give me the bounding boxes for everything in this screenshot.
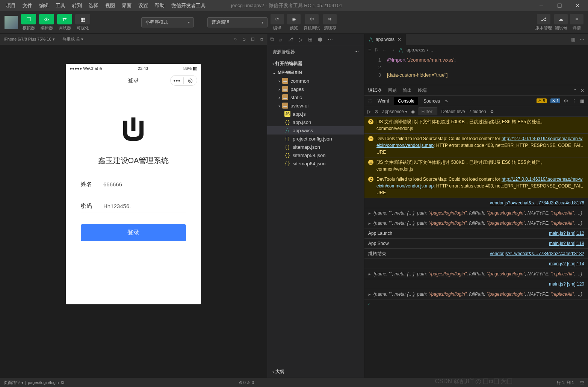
menu-微信开发者工具[interactable]: 微信开发者工具: [168, 1, 209, 11]
chevron-up-icon[interactable]: ⌃: [573, 88, 577, 93]
maximize-button[interactable]: ☐: [552, 0, 567, 11]
gear-icon[interactable]: ⚙: [564, 98, 568, 104]
files-icon[interactable]: ⧉: [270, 36, 274, 42]
kebab-icon[interactable]: ⋮: [572, 98, 576, 104]
file-sitemap64.json[interactable]: { }sitemap64.json: [267, 159, 364, 168]
file-app.json[interactable]: { }app.json: [267, 118, 364, 126]
context-dropdown[interactable]: appservice ▾: [382, 109, 407, 114]
filter-input[interactable]: [419, 107, 437, 115]
console-body[interactable]: 2[JS 文件编译错误] 以下文件体积超过 500KB，已跳过压缩以及 ES6 …: [364, 117, 588, 378]
git-icon[interactable]: ⎇: [287, 36, 293, 42]
capsule[interactable]: •••◎: [170, 75, 197, 86]
ext-icon[interactable]: ⊞: [308, 36, 313, 42]
menu-工具[interactable]: 工具: [53, 1, 68, 11]
version-button[interactable]: ⎇: [537, 14, 550, 24]
split-icon[interactable]: ▥: [571, 37, 575, 42]
tab-debugger[interactable]: 调试器: [368, 87, 382, 94]
back-icon[interactable]: ⊙: [242, 37, 246, 42]
log-entry: vendor.js?t=wechat&s…7734d2b2cca4ed:8176: [364, 198, 588, 208]
play-icon[interactable]: ▷: [367, 109, 371, 114]
name-input[interactable]: 666666: [103, 181, 122, 187]
tab-output[interactable]: 输出: [403, 87, 412, 94]
testid-button[interactable]: ☁: [554, 14, 568, 24]
eye-icon[interactable]: ◉: [411, 109, 415, 114]
code-editor[interactable]: 1@import './common/main.wxss'; 2 3[data-…: [364, 55, 588, 85]
debug-icon[interactable]: ▷: [299, 36, 303, 42]
list-icon[interactable]: ≡: [368, 47, 371, 53]
project-section[interactable]: ⌄MP-WEIXIN: [267, 68, 364, 77]
page-title: 登录: [128, 77, 139, 84]
compile-dropdown[interactable]: 普通编译▾: [207, 17, 268, 27]
menu-界面[interactable]: 界面: [119, 1, 135, 11]
error-count[interactable]: ⊘ 0 ⚠ 0: [239, 380, 254, 385]
tab-problems[interactable]: 问题: [388, 87, 397, 94]
tab-app-wxss[interactable]: ⧸⧹app.wxss✕: [364, 34, 406, 45]
docker-icon[interactable]: ⬢: [318, 36, 322, 42]
more-actions-icon[interactable]: ⋯: [354, 49, 359, 55]
forward-icon[interactable]: →: [391, 47, 395, 53]
more-icon[interactable]: ⋯: [328, 36, 333, 42]
level-dropdown[interactable]: Default leve: [441, 109, 465, 114]
clear-cache-button[interactable]: ≋: [323, 14, 337, 24]
debugger-button[interactable]: ⇄: [57, 14, 72, 24]
menu-转到[interactable]: 转到: [69, 1, 85, 11]
file-sitemap.json[interactable]: { }sitemap.json: [267, 143, 364, 151]
inspect-icon[interactable]: ⬚: [368, 98, 372, 104]
menu-项目[interactable]: 项目: [3, 1, 19, 11]
back-icon[interactable]: ←: [382, 47, 387, 53]
log-entry: ▸{name: "", meta: {…}, path: "/pages/log…: [364, 289, 588, 299]
tab-wxml[interactable]: Wxml: [374, 97, 393, 105]
menu-设置[interactable]: 设置: [135, 1, 151, 11]
avatar[interactable]: [5, 16, 18, 29]
popout-icon[interactable]: ⧉: [260, 37, 263, 42]
close-icon[interactable]: ✕: [398, 37, 401, 42]
visual-button[interactable]: ▦: [75, 14, 90, 24]
mode-dropdown[interactable]: 小程序模式▾: [141, 17, 194, 27]
close-icon[interactable]: ✕: [580, 88, 584, 93]
folder-common[interactable]: ›▬common: [267, 77, 364, 85]
tab-terminal[interactable]: 终端: [418, 87, 427, 94]
menu-视图[interactable]: 视图: [102, 1, 118, 11]
outline-section[interactable]: ›大纲: [267, 367, 365, 376]
dock-icon[interactable]: ▥: [580, 98, 584, 104]
menu-选择[interactable]: 选择: [86, 1, 101, 11]
minimize-button[interactable]: ─: [534, 0, 549, 11]
close-button[interactable]: ✕: [570, 0, 585, 11]
refresh-icon[interactable]: ⟳: [234, 37, 237, 42]
page-path-label[interactable]: 页面路径 ▾: [4, 380, 24, 385]
file-sitemap58.json[interactable]: { }sitemap58.json: [267, 151, 364, 159]
open-editors-section[interactable]: ›打开的编辑器: [267, 59, 364, 68]
clear-icon[interactable]: ⊘: [375, 109, 378, 114]
search-icon[interactable]: ⌕: [279, 36, 282, 42]
simulator-button[interactable]: ☐: [21, 14, 36, 24]
folder-static[interactable]: ›▬static: [267, 93, 364, 101]
copy-icon[interactable]: ⧉: [61, 380, 64, 385]
gear-icon[interactable]: ⚙: [490, 109, 494, 114]
preview-button[interactable]: ◉: [287, 14, 301, 24]
device-selector[interactable]: iPhone 6/7/8 Plus 75% 16 ▾: [4, 37, 55, 42]
compile-button[interactable]: ⟳: [271, 14, 284, 24]
details-button[interactable]: ≡: [570, 14, 583, 24]
more-icon[interactable]: ⋯: [580, 37, 584, 42]
console-prompt[interactable]: ›: [364, 299, 588, 308]
file-project.config.json[interactable]: { }project.config.json: [267, 135, 364, 143]
folder-uview-ui[interactable]: ›▬uview-ui: [267, 101, 364, 110]
bookmark-icon[interactable]: ⚐: [375, 47, 379, 53]
file-app.wxss[interactable]: ⧸⧹app.wxss: [267, 126, 364, 135]
file-app.js[interactable]: JSapp.js: [267, 110, 364, 118]
more-tabs-icon[interactable]: »: [445, 98, 448, 104]
status-time: 23:43: [138, 66, 148, 71]
hot-reload-toggle[interactable]: 热重载 关 ▾: [62, 36, 83, 42]
remote-debug-button[interactable]: ⚙: [305, 14, 319, 24]
menu-帮助[interactable]: 帮助: [152, 1, 168, 11]
phone-icon[interactable]: ☐: [251, 37, 255, 42]
tab-sources[interactable]: Sources: [420, 97, 444, 105]
menu-编辑[interactable]: 编辑: [36, 1, 52, 11]
tab-console[interactable]: Console: [394, 97, 418, 105]
login-button[interactable]: 登录: [81, 224, 186, 241]
editor-button[interactable]: ‹/›: [39, 14, 54, 24]
folder-pages[interactable]: ›▬pages: [267, 85, 364, 93]
password-input[interactable]: Hh123456.: [103, 203, 131, 209]
menu-文件[interactable]: 文件: [20, 1, 35, 11]
hidden-count[interactable]: 7 hidden: [469, 109, 486, 114]
